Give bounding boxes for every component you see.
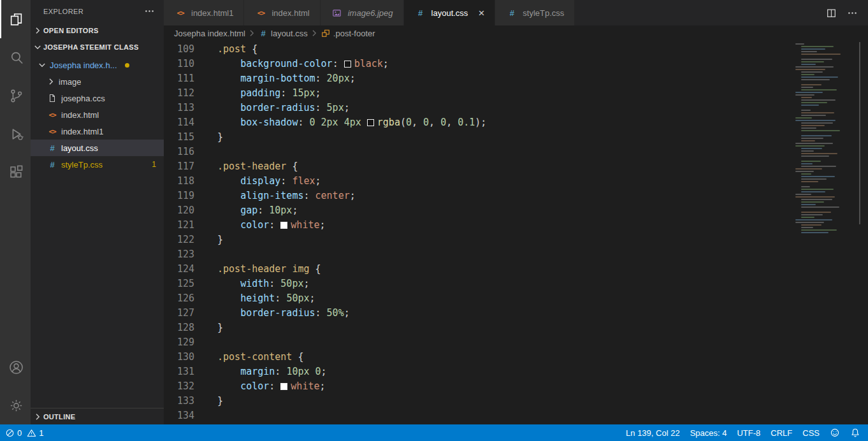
line-number: 111	[164, 71, 194, 86]
tree-item-index-html1[interactable]: <>index.html1	[31, 123, 164, 140]
color-swatch[interactable]	[280, 222, 287, 229]
color-swatch[interactable]	[344, 61, 351, 68]
outline-label: OUTLINE	[43, 413, 75, 421]
tab-label: index.html1	[191, 8, 233, 18]
file-name: index.html	[61, 110, 99, 120]
css-file-icon: #	[46, 143, 59, 153]
outline-section[interactable]: OUTLINE	[31, 408, 164, 424]
chevron-right-icon	[33, 412, 43, 422]
chevron-down-icon	[33, 42, 43, 52]
activity-explorer-icon[interactable]	[0, 0, 31, 38]
activity-source-control-icon[interactable]	[0, 76, 31, 115]
code-line: 110 background-color: black;	[164, 57, 868, 71]
line-number: 115	[164, 130, 194, 145]
line-number: 122	[164, 233, 194, 247]
modified-dot	[125, 63, 129, 68]
tab-styletp-css[interactable]: #styleTp.css	[495, 0, 575, 25]
tab-layout-css[interactable]: #layout.css×	[404, 0, 496, 25]
color-swatch[interactable]	[367, 119, 374, 126]
code-line: 133}	[164, 394, 868, 408]
code-line: 134	[164, 408, 868, 423]
problems-errors[interactable]: 0	[5, 428, 22, 438]
tree-item-styletp-css[interactable]: #styleTp.css1	[31, 156, 164, 173]
line-number: 113	[164, 101, 194, 115]
cursor-position[interactable]: Ln 139, Col 22	[626, 428, 680, 438]
status-bar-left: 0 1	[5, 428, 43, 438]
code-line: 114 box-shadow: 0 2px 4px rgba(0, 0, 0, …	[164, 115, 868, 130]
code-line: 117.post-header {	[164, 159, 868, 174]
line-number: 118	[164, 174, 194, 189]
line-number: 120	[164, 203, 194, 218]
tree-item-josepha-index-h-[interactable]: Josepha index.h...	[31, 57, 164, 73]
tab-label: index.html	[271, 8, 309, 18]
explorer-title: EXPLORER	[43, 8, 83, 15]
code-line: 119 align-items: center;	[164, 189, 868, 203]
editor-group: <>index.html1<>index.htmlimage6.jpeg#lay…	[164, 0, 868, 424]
activity-search-icon[interactable]	[0, 38, 31, 76]
tab-actions	[826, 0, 868, 25]
line-number: 117	[164, 159, 194, 174]
line-number: 110	[164, 57, 194, 71]
activity-bar	[0, 0, 31, 424]
language-mode[interactable]: CSS	[802, 428, 820, 438]
problems-warnings[interactable]: 1	[27, 428, 43, 438]
line-number: 132	[164, 379, 194, 394]
feedback-icon[interactable]	[830, 428, 840, 438]
file-name: styleTp.css	[61, 160, 103, 170]
line-number: 134	[164, 408, 194, 423]
line-number: 116	[164, 145, 194, 159]
workspace-section[interactable]: JOSEPHA STEEMIT CLASS	[31, 39, 164, 55]
encoding[interactable]: UTF-8	[737, 428, 760, 438]
minimap-scrollbar[interactable]	[859, 42, 860, 224]
css-file-icon: #	[258, 29, 268, 38]
status-bar-right: Ln 139, Col 22 Spaces: 4 UTF-8 CRLF CSS	[626, 428, 860, 438]
line-number: 127	[164, 306, 194, 321]
chevron-down-icon	[37, 60, 47, 70]
code-editor[interactable]: 109.post {110 background-color: black;11…	[164, 41, 868, 424]
breadcrumb-item-josepha-index-html[interactable]: Josepha index.html	[174, 29, 245, 38]
tab-image6-jpeg[interactable]: image6.jpeg	[321, 0, 404, 25]
file-name: image	[59, 77, 81, 87]
tree-item-index-html[interactable]: <>index.html	[31, 106, 164, 123]
close-tab-icon[interactable]: ×	[478, 8, 484, 18]
tab-index-html1[interactable]: <>index.html1	[164, 0, 244, 25]
indentation[interactable]: Spaces: 4	[690, 428, 727, 438]
notifications-bell-icon[interactable]	[850, 428, 860, 438]
color-swatch[interactable]	[280, 383, 287, 390]
file-name: josepha.ccs	[61, 94, 105, 103]
minimap[interactable]	[794, 43, 858, 237]
css-file-icon: #	[505, 8, 518, 18]
line-number: 129	[164, 335, 194, 350]
breadcrumb-item--post-footer[interactable]: .post-footer	[321, 29, 375, 38]
split-editor-icon[interactable]	[826, 8, 837, 18]
workspace-label: JOSEPHA STEEMIT CLASS	[43, 43, 139, 51]
activity-settings-icon[interactable]	[0, 386, 31, 424]
tree-item-josepha-ccs[interactable]: josepha.ccs	[31, 90, 164, 106]
tree-item-layout-css[interactable]: #layout.css	[31, 140, 164, 156]
tree-item-image[interactable]: image	[31, 73, 164, 90]
activity-run-debug-icon[interactable]	[0, 115, 31, 153]
more-actions-icon[interactable]	[847, 8, 858, 18]
line-number: 119	[164, 189, 194, 203]
vscode-window: EXPLORER OPEN EDITORS JOSEPHA STEEMIT CL…	[0, 0, 868, 424]
more-actions-icon[interactable]	[144, 6, 155, 17]
tab-label: image6.jpeg	[348, 8, 393, 18]
tab-index-html[interactable]: <>index.html	[244, 0, 320, 25]
breadcrumb-item-layout-css[interactable]: #layout.css	[258, 29, 308, 38]
activity-extensions-icon[interactable]	[0, 153, 31, 191]
line-number: 114	[164, 115, 194, 130]
line-number: 109	[164, 42, 194, 57]
image-file-icon	[331, 8, 344, 18]
open-editors-section[interactable]: OPEN EDITORS	[31, 22, 164, 39]
file-tree: Josepha index.h...imagejosepha.ccs<>inde…	[31, 55, 164, 173]
code-line: 124.post-header img {	[164, 262, 868, 277]
chevron-right-icon	[247, 28, 257, 38]
file-file-icon	[46, 94, 59, 103]
symbol-class-icon	[321, 29, 331, 38]
code-line: 123	[164, 247, 868, 262]
code-line: 131 margin: 10px 0;	[164, 365, 868, 379]
eol-selector[interactable]: CRLF	[770, 428, 792, 438]
chevron-right-icon	[309, 28, 319, 38]
activity-account-icon[interactable]	[0, 348, 31, 386]
problems-badge: 1	[152, 160, 156, 169]
